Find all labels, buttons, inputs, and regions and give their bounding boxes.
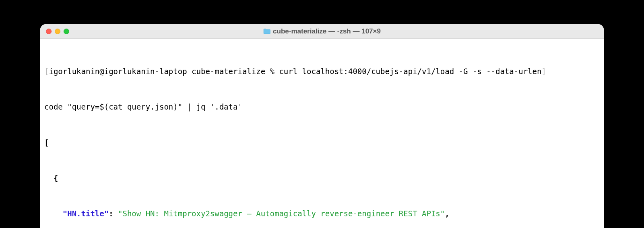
terminal-window: cube-materialize — -zsh — 107×9 [igorluk…	[40, 24, 604, 228]
close-icon[interactable]	[46, 29, 52, 34]
bracket-close: ]	[541, 67, 546, 76]
window-title-wrap: cube-materialize — -zsh — 107×9	[46, 27, 598, 35]
bracket-open: [	[44, 67, 49, 76]
terminal-line-2: code "query=$(cat query.json)" | jq '.da…	[44, 101, 600, 113]
json-key-title: "HN.title"	[63, 209, 109, 218]
zoom-icon[interactable]	[64, 29, 69, 34]
traffic-lights	[46, 29, 69, 34]
json-open: [	[44, 137, 600, 149]
cmd-part-2: code "query=$(cat query.json)" | jq '.da…	[44, 102, 242, 111]
terminal-line-1: [igorlukanin@igorlukanin-laptop cube-mat…	[44, 66, 600, 77]
json-obj-open: {	[44, 172, 600, 184]
prompt-1: igorlukanin@igorlukanin-laptop cube-mate…	[49, 67, 279, 76]
window-title: cube-materialize — -zsh — 107×9	[273, 27, 381, 35]
folder-icon	[263, 28, 270, 34]
titlebar[interactable]: cube-materialize — -zsh — 107×9	[40, 24, 604, 39]
json-val-title: "Show HN: Mitmproxy2swagger – Automagica…	[118, 209, 445, 218]
cmd-part-1: curl localhost:4000/cubejs-api/v1/load -…	[279, 67, 541, 76]
minimize-icon[interactable]	[55, 29, 60, 34]
terminal-body[interactable]: [igorlukanin@igorlukanin-laptop cube-mat…	[40, 39, 604, 228]
json-entry-1: "HN.title": "Show HN: Mitmproxy2swagger …	[44, 208, 600, 220]
